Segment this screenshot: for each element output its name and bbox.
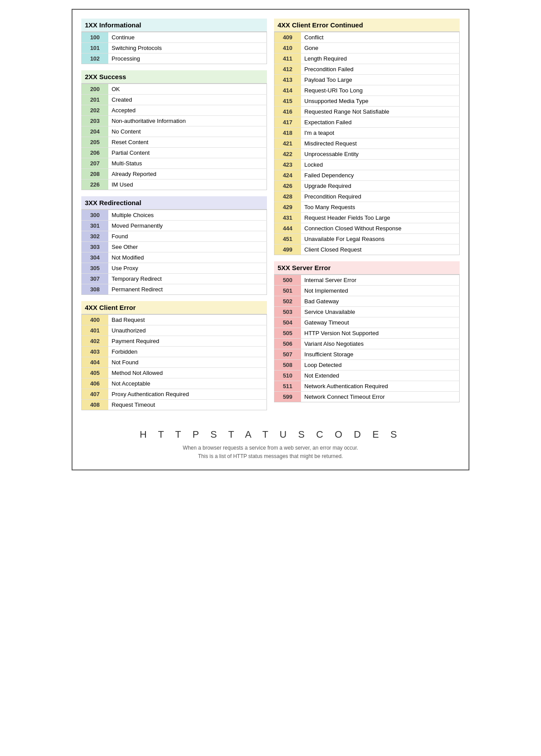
- table-row: 426Upgrade Required: [274, 181, 460, 191]
- status-desc: Not Modified: [108, 252, 267, 263]
- table-row: 506Variant Also Negotiates: [274, 339, 460, 349]
- right-column: 4XX Client Error Continued 409Conflict41…: [274, 19, 460, 416]
- status-code: 507: [274, 349, 301, 360]
- table-row: 424Failed Dependency: [274, 170, 460, 181]
- table-1xx: 100Continue101Switching Protocols102Proc…: [81, 32, 267, 64]
- status-desc: Client Closed Request: [301, 244, 460, 255]
- table-row: 400Bad Request: [82, 315, 267, 325]
- table-row: 507Insufficient Storage: [274, 349, 460, 360]
- table-2xx: 200OK201Created202Accepted203Non-authori…: [81, 84, 267, 190]
- status-desc: Connection Closed Without Response: [301, 223, 460, 234]
- status-desc: OK: [108, 84, 267, 95]
- section-4xx: 4XX Client Error 400Bad Request401Unauth…: [81, 301, 267, 410]
- table-row: 407Proxy Authentication Required: [82, 389, 267, 400]
- status-code: 510: [274, 370, 301, 381]
- status-desc: Unsupported Media Type: [301, 96, 460, 107]
- status-desc: Multiple Choices: [108, 210, 267, 221]
- table-row: 308Permanent Redirect: [82, 284, 267, 295]
- status-code: 418: [274, 128, 301, 138]
- status-desc: Reset Content: [108, 137, 267, 148]
- table-row: 428Precondition Required: [274, 191, 460, 202]
- status-code: 599: [274, 392, 301, 402]
- table-row: 202Accepted: [82, 105, 267, 116]
- status-code: 202: [82, 105, 108, 116]
- status-desc: Internal Server Error: [301, 275, 460, 286]
- table-row: 404Not Found: [82, 357, 267, 368]
- main-container: 1XX Informational 100Continue101Switchin…: [72, 9, 469, 470]
- status-code: 431: [274, 213, 301, 223]
- footer: H T T P S T A T U S C O D E S When a bro…: [81, 424, 460, 461]
- table-row: 508Loop Detected: [274, 360, 460, 370]
- status-desc: HTTP Version Not Supported: [301, 328, 460, 339]
- table-row: 226IM Used: [82, 179, 267, 190]
- left-column: 1XX Informational 100Continue101Switchin…: [81, 19, 267, 416]
- status-code: 506: [274, 339, 301, 349]
- status-desc: Method Not Allowed: [108, 368, 267, 378]
- content-columns: 1XX Informational 100Continue101Switchin…: [81, 19, 460, 416]
- table-row: 405Method Not Allowed: [82, 368, 267, 378]
- table-row: 501Not Implemented: [274, 286, 460, 296]
- status-desc: Temporary Redirect: [108, 274, 267, 284]
- header-2xx: 2XX Success: [81, 70, 267, 84]
- status-code: 400: [82, 315, 108, 325]
- table-row: 414Request-URI Too Long: [274, 85, 460, 96]
- status-desc: Found: [108, 231, 267, 242]
- status-code: 308: [82, 284, 108, 295]
- footer-desc-line1: When a browser requests a service from a…: [81, 444, 460, 452]
- status-code: 414: [274, 85, 301, 96]
- section-2xx: 2XX Success 200OK201Created202Accepted20…: [81, 70, 267, 190]
- status-code: 401: [82, 325, 108, 336]
- table-3xx: 300Multiple Choices301Moved Permanently3…: [81, 210, 267, 295]
- table-row: 300Multiple Choices: [82, 210, 267, 221]
- status-desc: Misdirected Request: [301, 138, 460, 149]
- status-desc: Partial Content: [108, 148, 267, 158]
- status-code: 203: [82, 116, 108, 126]
- table-row: 510Not Extended: [274, 370, 460, 381]
- table-row: 505HTTP Version Not Supported: [274, 328, 460, 339]
- table-row: 101Switching Protocols: [82, 43, 267, 53]
- table-row: 402Payment Required: [82, 336, 267, 347]
- status-code: 402: [82, 336, 108, 347]
- status-code: 502: [274, 296, 301, 307]
- table-row: 410Gone: [274, 43, 460, 53]
- table-row: 421Misdirected Request: [274, 138, 460, 149]
- status-code: 204: [82, 126, 108, 137]
- status-desc: Forbidden: [108, 347, 267, 357]
- status-desc: Locked: [301, 160, 460, 170]
- status-code: 500: [274, 275, 301, 286]
- status-code: 102: [82, 53, 108, 64]
- status-code: 413: [274, 75, 301, 85]
- status-desc: Network Authentication Required: [301, 381, 460, 392]
- status-code: 429: [274, 202, 301, 213]
- table-row: 200OK: [82, 84, 267, 95]
- table-row: 499Client Closed Request: [274, 244, 460, 255]
- header-4xx-cont: 4XX Client Error Continued: [274, 19, 460, 32]
- status-code: 302: [82, 231, 108, 242]
- status-code: 511: [274, 381, 301, 392]
- status-code: 205: [82, 137, 108, 148]
- table-row: 444Connection Closed Without Response: [274, 223, 460, 234]
- status-desc: Accepted: [108, 105, 267, 116]
- status-code: 300: [82, 210, 108, 221]
- header-3xx: 3XX Redirectional: [81, 196, 267, 210]
- status-code: 503: [274, 307, 301, 317]
- header-1xx: 1XX Informational: [81, 19, 267, 32]
- status-desc: Permanent Redirect: [108, 284, 267, 295]
- status-desc: Expectation Failed: [301, 117, 460, 128]
- status-code: 416: [274, 107, 301, 117]
- status-desc: Not Extended: [301, 370, 460, 381]
- status-desc: Unavailable For Legal Reasons: [301, 234, 460, 244]
- status-code: 422: [274, 149, 301, 160]
- status-desc: Insufficient Storage: [301, 349, 460, 360]
- status-desc: Switching Protocols: [108, 43, 267, 53]
- status-desc: Proxy Authentication Required: [108, 389, 267, 400]
- status-desc: See Other: [108, 242, 267, 252]
- table-row: 417Expectation Failed: [274, 117, 460, 128]
- table-row: 422Unprocessable Entity: [274, 149, 460, 160]
- status-code: 426: [274, 181, 301, 191]
- table-row: 408Request Timeout: [82, 400, 267, 410]
- status-desc: Unauthorized: [108, 325, 267, 336]
- table-row: 599Network Connect Timeout Error: [274, 392, 460, 402]
- status-desc: Multi-Status: [108, 158, 267, 169]
- status-code: 207: [82, 158, 108, 169]
